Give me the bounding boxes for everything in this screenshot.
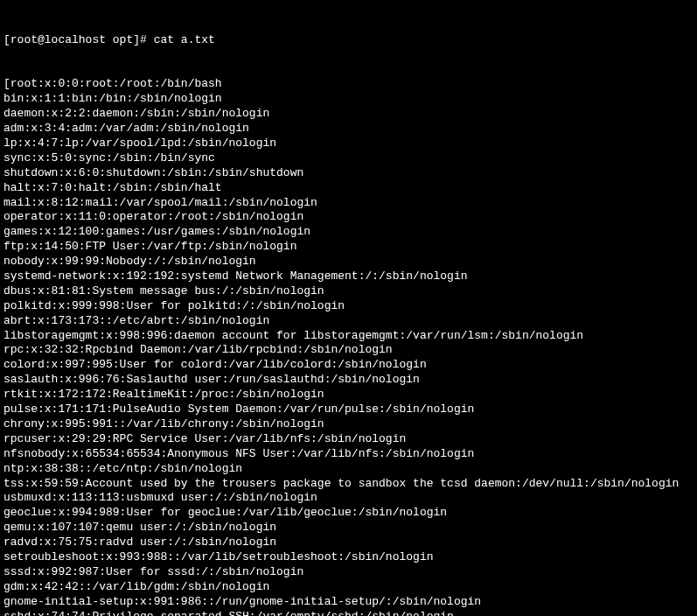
output-line: sshd:x:74:74:Privilege-separated SSH:/va…: [3, 610, 694, 616]
output-line: colord:x:997:995:User for colord:/var/li…: [3, 358, 694, 373]
output-line: rpc:x:32:32:Rpcbind Daemon:/var/lib/rpcb…: [3, 343, 694, 358]
output-line: tss:x:59:59:Account used by the trousers…: [3, 477, 694, 492]
output-line: ntp:x:38:38::/etc/ntp:/sbin/nologin: [3, 462, 694, 477]
output-line: pulse:x:171:171:PulseAudio System Daemon…: [3, 402, 694, 417]
output-line: abrt:x:173:173::/etc/abrt:/sbin/nologin: [3, 314, 694, 329]
output-line: polkitd:x:999:998:User for polkitd:/:/sb…: [3, 299, 694, 314]
output-line: sssd:x:992:987:User for sssd:/:/sbin/nol…: [3, 565, 694, 580]
output-line: lp:x:4:7:lp:/var/spool/lpd:/sbin/nologin: [3, 136, 694, 151]
output-line: [root:x:0:0:root:/root:/bin/bash: [3, 77, 694, 92]
output-line: geoclue:x:994:989:User for geoclue:/var/…: [3, 506, 694, 521]
output-line: qemu:x:107:107:qemu user:/:/sbin/nologin: [3, 521, 694, 536]
output-line: radvd:x:75:75:radvd user:/:/sbin/nologin: [3, 536, 694, 550]
output-line: rpcuser:x:29:29:RPC Service User:/var/li…: [3, 432, 694, 447]
output-line: sync:x:5:0:sync:/sbin:/bin/sync: [3, 151, 694, 166]
output-line: rtkit:x:172:172:RealtimeKit:/proc:/sbin/…: [3, 388, 694, 402]
output-line: games:x:12:100:games:/usr/games:/sbin/no…: [3, 225, 694, 240]
output-line: usbmuxd:x:113:113:usbmuxd user:/:/sbin/n…: [3, 491, 694, 506]
output-line: gdm:x:42:42::/var/lib/gdm:/sbin/nologin: [3, 580, 694, 595]
output-line: mail:x:8:12:mail:/var/spool/mail:/sbin/n…: [3, 196, 694, 211]
output-line: setroubleshoot:x:993:988::/var/lib/setro…: [3, 550, 694, 565]
output-line: adm:x:3:4:adm:/var/adm:/sbin/nologin: [3, 122, 694, 136]
output-line: saslauth:x:996:76:Saslauthd user:/run/sa…: [3, 373, 694, 388]
output-line: operator:x:11:0:operator:/root:/sbin/nol…: [3, 210, 694, 225]
file-output: [root:x:0:0:root:/root:/bin/bashbin:x:1:…: [3, 77, 694, 616]
output-line: gnome-initial-setup:x:991:986::/run/gnom…: [3, 595, 694, 610]
output-line: shutdown:x:6:0:shutdown:/sbin:/sbin/shut…: [3, 166, 694, 181]
output-line: daemon:x:2:2:daemon:/sbin:/sbin/nologin: [3, 107, 694, 122]
command-line: [root@localhost opt]# cat a.txt: [3, 33, 694, 48]
output-line: nobody:x:99:99:Nobody:/:/sbin/nologin: [3, 255, 694, 270]
output-line: nfsnobody:x:65534:65534:Anonymous NFS Us…: [3, 447, 694, 462]
output-line: ftp:x:14:50:FTP User:/var/ftp:/sbin/nolo…: [3, 240, 694, 255]
terminal-window[interactable]: [root@localhost opt]# cat a.txt [root:x:…: [3, 4, 694, 616]
output-line: dbus:x:81:81:System message bus:/:/sbin/…: [3, 284, 694, 299]
output-line: chrony:x:995:991::/var/lib/chrony:/sbin/…: [3, 417, 694, 432]
output-line: halt:x:7:0:halt:/sbin:/sbin/halt: [3, 181, 694, 196]
output-line: libstoragemgmt:x:998:996:daemon account …: [3, 329, 694, 344]
output-line: systemd-network:x:192:192:systemd Networ…: [3, 270, 694, 284]
output-line: bin:x:1:1:bin:/bin:/sbin/nologin: [3, 92, 694, 107]
